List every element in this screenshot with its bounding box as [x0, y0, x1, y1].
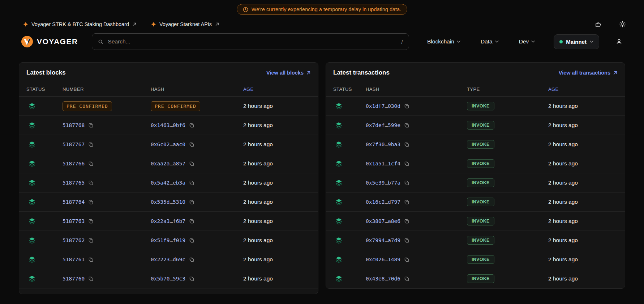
- menu-blockchain[interactable]: Blockchain: [425, 38, 463, 45]
- block-number-link[interactable]: 5187767: [63, 142, 85, 147]
- voyager-logo[interactable]: VOYAGER: [21, 35, 78, 48]
- copy-icon[interactable]: [404, 218, 410, 224]
- transaction-table-row[interactable]: 0x7def…599e INVOKE 2 hours ago: [326, 116, 625, 135]
- block-hash-link[interactable]: 0x5a42…eb3a: [151, 180, 185, 186]
- copy-icon[interactable]: [88, 142, 94, 148]
- view-all-blocks-link[interactable]: View all blocks: [266, 70, 311, 76]
- transaction-hash-link[interactable]: 0x7def…599e: [366, 122, 400, 128]
- transaction-hash-link[interactable]: 0x1a51…1cf4: [366, 161, 400, 166]
- search-input[interactable]: [107, 38, 398, 45]
- delay-banner: We're currently experiencing a temporary…: [237, 4, 407, 15]
- copy-icon[interactable]: [88, 257, 94, 263]
- block-hash-link[interactable]: 0x51f9…f019: [151, 237, 185, 243]
- transaction-table-row[interactable]: 0x16c2…d797 INVOKE 2 hours ago: [326, 193, 625, 212]
- transaction-table-row[interactable]: 0x1a51…1cf4 INVOKE 2 hours ago: [326, 154, 625, 173]
- theme-toggle-button[interactable]: [618, 19, 627, 29]
- block-hash-link[interactable]: 0x5b70…59c3: [151, 276, 185, 282]
- block-table-row[interactable]: 5187768 0x1463…0bf6: [19, 116, 318, 135]
- network-selector[interactable]: Mainnet: [554, 34, 599, 49]
- copy-icon[interactable]: [88, 122, 94, 128]
- block-table-row[interactable]: 5187766 0xaa2a…a857: [19, 154, 318, 173]
- block-number-link[interactable]: 5187768: [63, 122, 85, 128]
- view-all-blocks-label: View all blocks: [266, 70, 304, 76]
- block-table-row[interactable]: 5187763 0x22a3…f6b7: [19, 212, 318, 231]
- feedback-thumbs-up-button[interactable]: [593, 19, 603, 29]
- copy-icon[interactable]: [404, 276, 410, 282]
- transaction-hash-link[interactable]: 0xc026…1489: [366, 257, 400, 262]
- search-icon: [98, 39, 103, 45]
- block-number-link[interactable]: 5187766: [63, 161, 85, 166]
- block-hash-link[interactable]: 0x6c02…aac0: [151, 142, 185, 147]
- transaction-hash-link[interactable]: 0x7994…a7d9: [366, 237, 400, 243]
- transaction-table-row[interactable]: 0x5e39…b77a INVOKE 2 hours ago: [326, 173, 625, 193]
- copy-icon[interactable]: [189, 122, 195, 128]
- link-staking-dashboard[interactable]: Voyager STRK & BTC Staking Dashboard: [23, 21, 137, 27]
- transaction-hash-link[interactable]: 0x1df7…030d: [366, 103, 400, 109]
- copy-icon[interactable]: [404, 257, 410, 263]
- transaction-table-row[interactable]: 0xc026…1489 INVOKE 2 hours ago: [326, 250, 625, 269]
- copy-icon[interactable]: [189, 142, 195, 148]
- menu-data[interactable]: Data: [478, 38, 501, 45]
- block-hash-link[interactable]: 0x1463…0bf6: [151, 122, 185, 128]
- transaction-table-row[interactable]: 0x43e8…70d6 INVOKE 2 hours ago: [326, 269, 625, 288]
- copy-icon[interactable]: [88, 161, 94, 167]
- transaction-table-row[interactable]: 0x7f30…9ba3 INVOKE 2 hours ago: [326, 135, 625, 154]
- block-table-row[interactable]: 5187765 0x5a42…eb3a: [19, 173, 318, 193]
- block-hash-link[interactable]: 0xaa2a…a857: [151, 161, 185, 166]
- column-header-age[interactable]: AGE: [243, 86, 311, 92]
- transaction-table-row[interactable]: 0x1df7…030d INVOKE 2 hours ago: [326, 97, 625, 116]
- transaction-table-row[interactable]: 0x7994…a7d9 INVOKE 2 hours ago: [326, 231, 625, 250]
- menu-dev[interactable]: Dev: [517, 38, 537, 45]
- copy-icon[interactable]: [404, 180, 410, 186]
- block-number-link[interactable]: 5187763: [63, 218, 85, 224]
- copy-icon[interactable]: [88, 237, 94, 244]
- block-hash-link[interactable]: 0x22a3…f6b7: [151, 218, 185, 224]
- copy-icon[interactable]: [88, 218, 94, 224]
- transaction-hash-link[interactable]: 0x7f30…9ba3: [366, 142, 400, 147]
- block-hash-link[interactable]: 0x2223…d69c: [151, 257, 185, 262]
- copy-icon[interactable]: [189, 180, 195, 186]
- transaction-table-row[interactable]: 0x3807…a8e6 INVOKE 2 hours ago: [326, 212, 625, 231]
- copy-icon[interactable]: [404, 122, 410, 128]
- transaction-age: 2 hours ago: [548, 122, 618, 128]
- block-table-row[interactable]: PRE CONFIRMED PRE CONFIRMED: [19, 97, 318, 116]
- search-bar[interactable]: /: [92, 33, 409, 50]
- copy-icon[interactable]: [189, 199, 195, 205]
- copy-icon[interactable]: [88, 199, 94, 205]
- block-number-link[interactable]: 5187760: [63, 276, 85, 282]
- copy-icon[interactable]: [404, 103, 410, 109]
- block-hash-link[interactable]: 0x535d…5310: [151, 199, 185, 205]
- block-table-row[interactable]: 5187764 0x535d…5310: [19, 193, 318, 212]
- view-all-transactions-link[interactable]: View all transactions: [559, 70, 618, 76]
- copy-icon[interactable]: [189, 161, 195, 167]
- block-number-link[interactable]: 5187761: [63, 257, 85, 262]
- block-table-row[interactable]: 5187761 0x2223…d69c: [19, 250, 318, 269]
- copy-icon[interactable]: [189, 237, 195, 244]
- block-number-link[interactable]: 5187764: [63, 199, 85, 205]
- block-table-row[interactable]: 5187760 0x5b70…59c3: [19, 269, 318, 288]
- copy-icon[interactable]: [404, 161, 410, 167]
- navbar: VOYAGER / Blockchain Data Dev Mainnet: [0, 29, 644, 56]
- block-number-link[interactable]: 5187765: [63, 180, 85, 186]
- copy-icon[interactable]: [88, 180, 94, 186]
- block-number-link[interactable]: 5187762: [63, 237, 85, 243]
- block-table-row[interactable]: 5187767 0x6c02…aac0: [19, 135, 318, 154]
- copy-icon[interactable]: [404, 199, 410, 205]
- transaction-hash-link[interactable]: 0x5e39…b77a: [366, 180, 400, 186]
- transaction-hash-link[interactable]: 0x16c2…d797: [366, 199, 400, 205]
- copy-icon[interactable]: [189, 276, 195, 282]
- account-button[interactable]: [614, 37, 624, 46]
- copy-icon[interactable]: [404, 142, 410, 148]
- column-header-age[interactable]: AGE: [548, 86, 618, 92]
- block-age: 2 hours ago: [243, 160, 311, 167]
- copy-icon[interactable]: [404, 237, 410, 244]
- copy-icon[interactable]: [189, 218, 195, 224]
- thumbs-up-icon: [595, 21, 602, 28]
- view-all-transactions-label: View all transactions: [559, 70, 610, 76]
- transaction-hash-link[interactable]: 0x43e8…70d6: [366, 276, 400, 282]
- copy-icon[interactable]: [88, 276, 94, 282]
- block-table-row[interactable]: 5187762 0x51f9…f019: [19, 231, 318, 250]
- copy-icon[interactable]: [189, 257, 195, 263]
- link-starknet-apis[interactable]: Voyager Starknet APIs: [151, 21, 219, 27]
- transaction-hash-link[interactable]: 0x3807…a8e6: [366, 218, 400, 224]
